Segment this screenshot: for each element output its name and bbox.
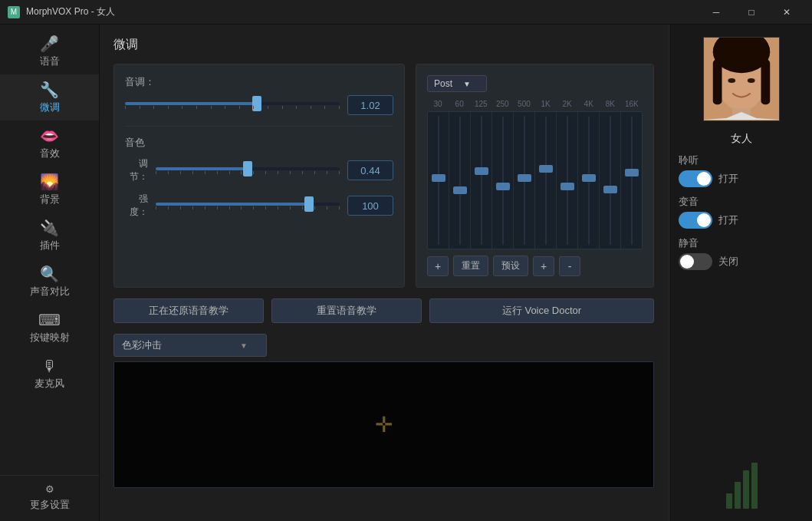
eq-label-16k: 16K <box>621 100 643 108</box>
mute-toggle-switch[interactable] <box>679 253 712 270</box>
pitch-ticks <box>125 106 340 109</box>
toggle-section: 聆听 打开 变音 打开 静音 <box>679 153 804 278</box>
eq-thumb-4k[interactable] <box>582 174 596 182</box>
compare-icon: 🔍 <box>40 266 59 282</box>
action-row: 正在还原语音教学 重置语音教学 运行 Voice Doctor <box>113 298 654 323</box>
pitch-title: 音调： <box>125 75 393 89</box>
svg-point-6 <box>728 78 735 83</box>
eq-band-4k <box>578 112 600 249</box>
eq-band-2k <box>557 112 578 249</box>
eq-thumb-2k[interactable] <box>561 183 574 190</box>
avatar-image <box>704 38 779 120</box>
sidebar-item-effects[interactable]: 👄 音效 <box>0 120 99 167</box>
adjust-slider[interactable] <box>156 167 340 170</box>
eq-buttons: + 重置 预设 + - <box>427 256 643 276</box>
sidebar: 🎤 语音 🔧 微调 👄 音效 🌄 背景 🔌 插件 🔍 声音对比 ⌨ 按键映射 � <box>0 25 100 521</box>
color-canvas[interactable]: ✛ <box>113 361 654 488</box>
eq-thumb-30[interactable] <box>432 174 445 182</box>
morph-toggle-switch[interactable] <box>679 212 712 229</box>
eq-band-30 <box>428 112 449 249</box>
eq-thumb-1k[interactable] <box>539 165 553 173</box>
eq-thumb-60[interactable] <box>453 186 467 194</box>
eq-label-30: 30 <box>427 100 449 108</box>
effects-icon: 👄 <box>40 128 59 143</box>
sidebar-more-settings[interactable]: ⚙ 更多设置 <box>0 475 99 521</box>
eq-thumb-16k[interactable] <box>625 169 639 176</box>
reset-tutorial-button[interactable]: 重置语音教学 <box>271 298 422 323</box>
pitch-slider-wrap <box>125 102 340 109</box>
adjust-value[interactable]: 0.44 <box>347 160 393 180</box>
vol-bar-1 <box>726 493 732 509</box>
eq-panel: Post ▼ 30 60 125 250 500 1K 2K 4K 8K 16K <box>416 64 654 288</box>
window-title: MorphVOX Pro - 女人 <box>26 5 699 18</box>
morph-label: 变音 <box>679 195 804 209</box>
color-effect-dropdown[interactable]: 色彩冲击 ▼ <box>113 334 267 357</box>
eq-label-125: 125 <box>470 100 491 108</box>
adjust-ticks <box>156 171 340 174</box>
listen-label: 聆听 <box>679 153 804 167</box>
maximize-button[interactable]: □ <box>734 0 769 25</box>
listen-toggle-row: 聆听 打开 <box>679 153 804 187</box>
adjust-label: 调节： <box>125 157 148 183</box>
playing-tutorial-button[interactable]: 正在还原语音教学 <box>113 298 264 323</box>
strength-value[interactable]: 100 <box>347 196 393 216</box>
eq-thumb-500[interactable] <box>518 174 531 182</box>
eq-preset-button[interactable]: 预设 <box>493 256 528 276</box>
eq-reset-button[interactable]: 重置 <box>453 256 488 276</box>
eq-plus-button[interactable]: + <box>533 256 554 276</box>
vol-bar-4 <box>751 463 758 509</box>
sidebar-label-background: 背景 <box>40 193 60 206</box>
sidebar-item-finetune[interactable]: 🔧 微调 <box>0 74 99 120</box>
eq-add-button[interactable]: + <box>427 256 449 276</box>
minimize-button[interactable]: ─ <box>699 0 734 25</box>
sidebar-item-plugins[interactable]: 🔌 插件 <box>0 213 99 259</box>
sidebar-item-compare[interactable]: 🔍 声音对比 <box>0 259 99 305</box>
morph-toggle-state: 打开 <box>718 213 738 227</box>
dropdown-arrow-icon: ▼ <box>240 341 248 350</box>
eq-thumb-250[interactable] <box>496 183 510 190</box>
listen-toggle-control: 打开 <box>679 170 804 187</box>
eq-label-60: 60 <box>449 100 470 108</box>
avatar-svg <box>704 38 779 120</box>
window-controls: ─ □ ✕ <box>699 0 804 25</box>
vol-bar-3 <box>743 470 749 509</box>
adjust-slider-row: 调节： <box>125 157 393 183</box>
sidebar-spacer <box>0 397 99 475</box>
pitch-slider[interactable] <box>125 102 340 105</box>
eq-thumb-8k[interactable] <box>603 186 617 193</box>
app-body: 🎤 语音 🔧 微调 👄 音效 🌄 背景 🔌 插件 🔍 声音对比 ⌨ 按键映射 � <box>0 25 812 521</box>
sidebar-label-effects: 音效 <box>40 147 60 160</box>
morph-toggle-control: 打开 <box>679 212 804 229</box>
sidebar-item-keybind[interactable]: ⌨ 按键映射 <box>0 305 99 351</box>
strength-ticks <box>156 206 340 209</box>
morph-toggle-knob <box>697 213 711 227</box>
strength-label: 强度： <box>125 193 148 219</box>
voice-doctor-button[interactable]: 运行 Voice Doctor <box>429 298 654 323</box>
eq-band-250 <box>492 112 514 249</box>
pitch-value[interactable]: 1.02 <box>347 95 393 115</box>
eq-band-8k <box>600 112 621 249</box>
sidebar-item-voice[interactable]: 🎤 语音 <box>0 28 99 74</box>
eq-mode-dropdown[interactable]: Post ▼ <box>427 75 487 92</box>
settings-icon: ⚙ <box>45 483 54 495</box>
listen-toggle-switch[interactable] <box>679 170 712 187</box>
svg-rect-10 <box>761 60 770 105</box>
sidebar-item-mic[interactable]: 🎙 麦克风 <box>0 351 99 397</box>
vol-bar-2 <box>735 482 741 509</box>
close-button[interactable]: ✕ <box>769 0 804 25</box>
avatar-frame <box>703 37 780 121</box>
eq-band-500 <box>514 112 535 249</box>
sidebar-label-plugins: 插件 <box>40 239 60 252</box>
finetune-row: 音调： <box>113 64 654 288</box>
strength-slider[interactable] <box>156 203 340 206</box>
finetune-icon: 🔧 <box>40 82 59 97</box>
eq-band-16k <box>621 112 642 249</box>
eq-band-125 <box>471 112 492 249</box>
app-icon: M <box>8 6 20 18</box>
svg-point-7 <box>748 78 755 83</box>
eq-minus-button[interactable]: - <box>559 256 580 276</box>
eq-thumb-125[interactable] <box>475 167 488 175</box>
strength-slider-wrap <box>156 203 340 209</box>
plugins-icon: 🔌 <box>40 220 59 236</box>
sidebar-item-background[interactable]: 🌄 背景 <box>0 167 99 213</box>
